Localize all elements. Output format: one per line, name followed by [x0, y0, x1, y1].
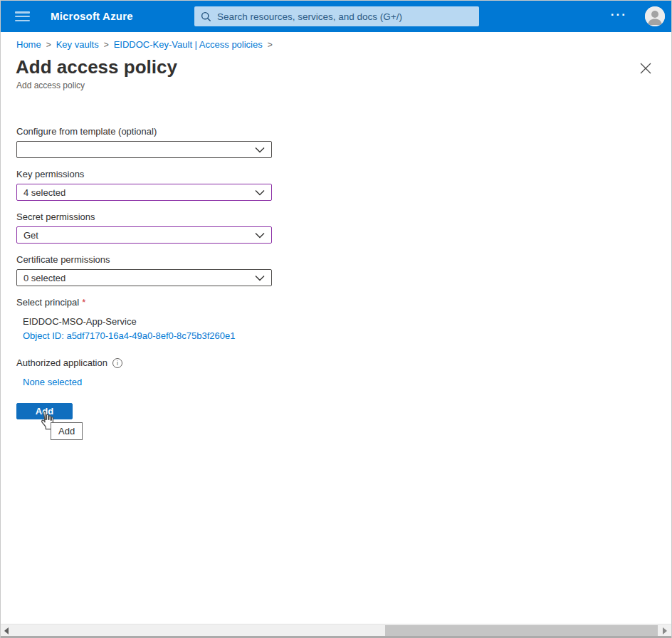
page-subtitle: Add access policy: [16, 80, 85, 90]
required-marker: *: [82, 297, 85, 308]
field-label: Key permissions: [16, 169, 272, 179]
top-navigation-bar: Microsoft Azure ...: [1, 1, 671, 32]
person-icon: [645, 6, 665, 26]
dropdown-value: 0 selected: [23, 273, 65, 283]
breadcrumb-separator: >: [268, 40, 273, 50]
none-selected-link[interactable]: None selected: [23, 377, 82, 387]
field-label: Secret permissions: [16, 211, 272, 222]
close-icon[interactable]: [639, 62, 652, 75]
field-key-permissions: Key permissions 4 selected: [16, 169, 272, 201]
chevron-down-icon: [255, 232, 265, 239]
authorized-application-row: Authorized application i: [16, 357, 122, 368]
dropdown-value: Get: [23, 230, 38, 241]
chevron-down-icon: [255, 189, 265, 196]
azure-brand-logo[interactable]: Microsoft Azure: [51, 10, 133, 22]
select-principal-label-text: Select principal: [16, 297, 79, 308]
dropdown-value: 4 selected: [23, 187, 65, 198]
field-configure-from-template: Configure from template (optional): [16, 126, 272, 158]
search-icon: [201, 11, 211, 22]
scroll-right-arrow-icon[interactable]: [663, 627, 667, 634]
breadcrumb-separator: >: [104, 40, 109, 50]
breadcrumb-access-policies[interactable]: EIDDOC-Key-Vault | Access policies: [114, 39, 263, 50]
certificate-permissions-dropdown[interactable]: 0 selected: [16, 269, 272, 286]
hamburger-menu-icon[interactable]: [15, 11, 30, 21]
user-avatar[interactable]: [645, 6, 665, 26]
add-button-tooltip: Add: [51, 422, 83, 440]
select-principal-label: Select principal*: [16, 297, 85, 308]
global-search-box[interactable]: [194, 6, 479, 26]
scroll-left-arrow-icon[interactable]: [4, 627, 9, 634]
principal-object-id-link[interactable]: Object ID: a5df7170-16a4-49a0-8ef0-8c75b…: [23, 330, 236, 341]
chevron-down-icon: [255, 147, 265, 153]
field-certificate-permissions: Certificate permissions 0 selected: [16, 254, 272, 286]
breadcrumb: Home>Key vaults>EIDDOC-Key-Vault | Acces…: [16, 39, 278, 50]
configure-from-template-dropdown[interactable]: [16, 141, 272, 158]
field-label: Configure from template (optional): [16, 126, 272, 137]
search-input[interactable]: [217, 11, 473, 22]
azure-portal-window: Microsoft Azure ... Home>Key vaults>EIDD…: [0, 0, 672, 638]
secret-permissions-dropdown[interactable]: Get: [16, 226, 272, 244]
field-label: Certificate permissions: [16, 254, 272, 265]
breadcrumb-key-vaults[interactable]: Key vaults: [56, 39, 99, 50]
add-button[interactable]: Add: [16, 403, 73, 419]
authorized-application-label: Authorized application: [16, 357, 107, 368]
more-options-icon[interactable]: ...: [611, 5, 627, 19]
chevron-down-icon: [255, 275, 265, 281]
info-icon[interactable]: i: [112, 358, 122, 368]
horizontal-scrollbar[interactable]: [1, 624, 671, 636]
page-title: Add access policy: [16, 56, 177, 78]
breadcrumb-home[interactable]: Home: [16, 39, 41, 50]
field-secret-permissions: Secret permissions Get: [16, 211, 272, 244]
principal-name: EIDDOC-MSO-App-Service: [23, 316, 137, 327]
horizontal-scrollbar-thumb[interactable]: [385, 625, 658, 636]
key-permissions-dropdown[interactable]: 4 selected: [16, 184, 272, 201]
breadcrumb-separator: >: [46, 40, 51, 50]
